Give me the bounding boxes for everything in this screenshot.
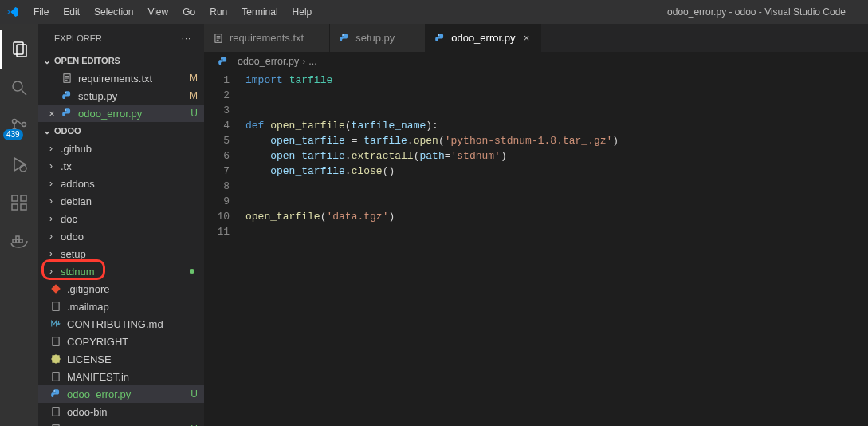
code-line[interactable] [245, 194, 868, 209]
code-content[interactable]: import tarfiledef open_tarfile(tarfile_n… [245, 73, 868, 426]
folder-item[interactable]: ›.tx [38, 157, 204, 175]
file-name: odoo_error.py [67, 389, 131, 400]
code-line[interactable] [245, 224, 868, 239]
editor-tab[interactable]: odoo_error.py× [426, 24, 541, 52]
folder-item[interactable]: ›addons [38, 175, 204, 192]
tab-label: odoo_error.py [451, 32, 515, 44]
folder-item[interactable]: ›stdnum [38, 262, 204, 280]
file-item[interactable]: MANIFEST.in [38, 368, 204, 385]
chevron-right-icon: › [49, 213, 59, 224]
file-item[interactable]: CONTRIBUTING.md [38, 315, 204, 333]
close-icon[interactable]: × [520, 32, 532, 44]
file-name: COPYRIGHT [67, 336, 128, 348]
file-item[interactable]: odoo-bin [38, 403, 204, 420]
svg-rect-10 [21, 195, 26, 201]
file-item[interactable]: LICENSE [38, 350, 204, 368]
open-editor-item[interactable]: ×odoo_error.pyU [38, 105, 204, 122]
folder-item[interactable]: ›doc [38, 210, 204, 227]
svg-rect-11 [12, 204, 18, 210]
window-title: odoo_error.py - odoo - Visual Studio Cod… [667, 6, 862, 18]
folder-name: .github [61, 143, 92, 155]
folder-name: setup [61, 248, 86, 260]
menu-selection[interactable]: Selection [88, 3, 139, 21]
svg-point-22 [65, 109, 66, 110]
code-line[interactable] [245, 88, 868, 103]
code-line[interactable] [245, 179, 868, 194]
file-name: .mailmap [67, 301, 109, 313]
file-item[interactable]: .mailmap [38, 298, 204, 315]
file-icon [49, 353, 62, 365]
code-editor[interactable]: 1234567891011 import tarfiledef open_tar… [204, 71, 868, 426]
titlebar: FileEditSelectionViewGoRunTerminalHelp o… [0, 0, 868, 24]
file-icon [49, 423, 62, 426]
file-name: odoo-bin [67, 406, 108, 418]
svg-point-34 [438, 34, 439, 35]
folder-section[interactable]: ⌄ ODOO [38, 122, 204, 140]
menu-run[interactable]: Run [203, 3, 234, 21]
code-line[interactable]: open_tarfile.close() [245, 164, 868, 179]
menu-edit[interactable]: Edit [57, 3, 86, 21]
code-line[interactable] [245, 103, 868, 118]
code-line[interactable]: open_tarfile('data.tgz') [245, 209, 868, 224]
line-number-gutter: 1234567891011 [204, 73, 245, 426]
open-editors-section[interactable]: ⌄ OPEN EDITORS [38, 52, 204, 69]
file-icon [61, 107, 73, 120]
explorer-header: EXPLORER ··· [38, 24, 204, 52]
open-editor-item[interactable]: ×setup.pyM [38, 87, 204, 105]
folder-name: .tx [61, 160, 72, 172]
file-item[interactable]: .gitignore [38, 280, 204, 298]
folder-name: odoo [61, 231, 84, 243]
svg-point-21 [65, 92, 66, 93]
folder-item[interactable]: ›.github [38, 140, 204, 157]
search-icon[interactable] [0, 69, 38, 107]
explorer-sidebar: EXPLORER ··· ⌄ OPEN EDITORS ×requirement… [38, 24, 204, 426]
docker-icon[interactable] [0, 222, 38, 260]
file-icon [338, 32, 351, 45]
svg-rect-24 [53, 337, 59, 346]
file-name: .gitignore [67, 283, 109, 295]
editor-tab[interactable]: requirements.txt× [204, 24, 330, 52]
menu-view[interactable]: View [141, 3, 175, 21]
breadcrumbs[interactable]: odoo_error.py › ... [204, 52, 868, 71]
tab-label: setup.py [355, 32, 395, 44]
folder-label: ODOO [54, 126, 81, 136]
extensions-icon[interactable] [0, 183, 38, 222]
menu-terminal[interactable]: Terminal [235, 3, 284, 21]
menu-help[interactable]: Help [286, 3, 319, 21]
menu-go[interactable]: Go [176, 3, 202, 21]
code-line[interactable]: open_tarfile = tarfile.open('python-stdn… [245, 133, 868, 148]
svg-point-2 [13, 81, 22, 91]
code-line[interactable]: import tarfile [245, 73, 868, 88]
open-editors-tree: ×requirements.txtM×setup.pyM×odoo_error.… [38, 69, 204, 122]
chevron-right-icon: › [49, 266, 59, 277]
code-line[interactable]: def open_tarfile(tarfile_name): [245, 118, 868, 133]
folder-item[interactable]: ›debian [38, 192, 204, 210]
folder-item[interactable]: ›odoo [38, 227, 204, 245]
close-icon[interactable]: × [46, 108, 57, 120]
source-control-icon[interactable]: 439 [0, 107, 38, 145]
vcs-status: U [190, 389, 198, 400]
editor-tab[interactable]: setup.py× [330, 24, 426, 52]
breadcrumb-file: odoo_error.py [238, 56, 299, 67]
code-line[interactable]: open_tarfile.extractall(path='stdnum') [245, 148, 868, 164]
menu-file[interactable]: File [27, 3, 55, 21]
run-debug-icon[interactable] [0, 145, 38, 183]
file-item[interactable]: python-stdnum-1.8.tar ...U [38, 420, 204, 426]
file-name: odoo_error.py [78, 108, 142, 120]
file-icon [49, 405, 62, 418]
chevron-right-icon: › [49, 160, 59, 172]
explorer-more-icon[interactable]: ··· [182, 34, 191, 43]
file-item[interactable]: odoo_error.pyU [38, 385, 204, 403]
file-item[interactable]: COPYRIGHT [38, 333, 204, 350]
vcs-status: M [190, 90, 198, 101]
explorer-icon[interactable] [0, 30, 38, 69]
folder-item[interactable]: ›setup [38, 245, 204, 262]
file-icon [212, 32, 225, 45]
open-editor-item[interactable]: ×requirements.txtM [38, 69, 204, 87]
svg-point-4 [13, 120, 17, 124]
chevron-right-icon: › [49, 178, 59, 189]
file-icon [434, 32, 446, 45]
menu-bar: FileEditSelectionViewGoRunTerminalHelp [27, 3, 318, 21]
breadcrumb-sep: › [302, 56, 305, 67]
untracked-dot-icon [190, 269, 194, 274]
